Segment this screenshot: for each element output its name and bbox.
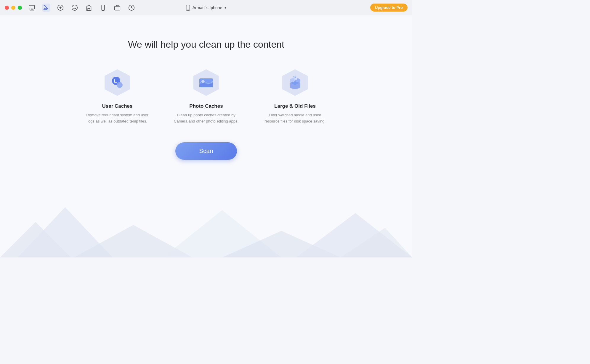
airplay-icon[interactable]	[28, 4, 36, 12]
svg-rect-11	[186, 5, 190, 10]
photo-caches-title: Photo Caches	[189, 103, 223, 109]
device-name: Armani's Iphone	[193, 5, 222, 10]
photo-caches-svg-icon	[199, 76, 214, 88]
phone-icon[interactable]	[99, 4, 107, 12]
user-caches-svg-icon: L	[110, 75, 124, 89]
bucket-icon[interactable]	[85, 4, 93, 12]
svg-marker-0	[31, 8, 33, 10]
svg-point-4	[72, 5, 77, 10]
user-caches-hexagon: L	[102, 68, 132, 97]
large-files-hexagon	[280, 68, 310, 97]
user-caches-desc: Remove redundant system and user logs as…	[85, 112, 150, 125]
svg-rect-9	[115, 6, 120, 10]
chevron-down-icon: ▾	[225, 6, 226, 10]
maximize-button[interactable]	[18, 6, 22, 10]
upgrade-button[interactable]: Upgrade to Pro	[370, 4, 408, 12]
features-row: L User Caches Remove redundant system an…	[85, 68, 328, 125]
device-selector[interactable]: Armani's Iphone ▾	[186, 5, 227, 11]
feature-large-files: Large & Old Files Filter watched media a…	[262, 68, 328, 125]
clock-icon[interactable]	[127, 4, 136, 12]
briefcase-icon[interactable]	[113, 4, 121, 12]
device-icon	[186, 5, 190, 11]
mountains-decoration	[0, 198, 412, 257]
clean-icon[interactable]	[42, 4, 50, 12]
photo-caches-desc: Clean up photo caches created by Camera …	[174, 112, 239, 125]
svg-rect-26	[295, 76, 296, 77]
svg-point-20	[201, 80, 204, 83]
large-files-title: Large & Old Files	[274, 103, 316, 109]
circle-icon[interactable]	[56, 4, 65, 12]
photo-caches-hexagon	[191, 68, 221, 97]
close-button[interactable]	[5, 6, 9, 10]
large-files-svg-icon	[288, 75, 302, 89]
svg-rect-27	[295, 77, 296, 78]
feature-photo-caches: Photo Caches Clean up photo caches creat…	[174, 68, 239, 125]
toolbar-icons	[28, 4, 136, 12]
main-content: We will help you clean up the content L …	[0, 15, 412, 257]
traffic-lights	[5, 6, 22, 10]
feature-user-caches: L User Caches Remove redundant system an…	[85, 68, 150, 125]
scan-button[interactable]: Scan	[175, 142, 237, 160]
headline: We will help you clean up the content	[128, 39, 284, 50]
titlebar: Armani's Iphone ▾ Upgrade to Pro	[0, 0, 412, 15]
svg-text:L: L	[114, 78, 117, 83]
face-icon[interactable]	[70, 4, 79, 12]
large-files-desc: Filter watched media and used resource f…	[262, 112, 328, 125]
user-caches-title: User Caches	[102, 103, 132, 109]
minimize-button[interactable]	[11, 6, 15, 10]
